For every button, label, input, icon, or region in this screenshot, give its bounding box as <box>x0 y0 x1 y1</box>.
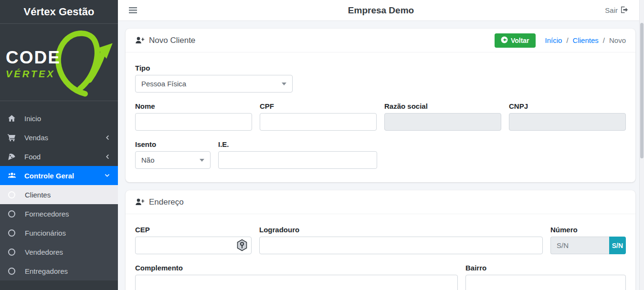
page-title: Empresa Demo <box>118 5 644 16</box>
isento-select[interactable]: Não <box>135 151 211 169</box>
logo-word-vertex: VÉRTEX <box>6 69 61 79</box>
circle-icon <box>8 249 20 256</box>
tipo-label: Tipo <box>135 64 293 72</box>
cep-label: CEP <box>135 226 252 234</box>
caret-down-icon <box>200 159 204 162</box>
controle-geral-submenu: Clientes Fornecedores Funcionários Vende… <box>0 185 118 280</box>
sidebar-item-food[interactable]: Food <box>0 147 118 166</box>
home-icon <box>8 114 19 123</box>
ie-input[interactable] <box>218 151 377 169</box>
content-area: Novo Cliente Voltar Início <box>118 21 644 290</box>
logout-label: Sair <box>605 6 618 14</box>
numero-label: Número <box>550 226 626 234</box>
card-title-text: Novo Cliente <box>149 36 195 45</box>
nome-label: Nome <box>135 102 252 110</box>
chevron-left-icon <box>104 154 110 160</box>
sidebar-item-label: Entregadores <box>25 267 68 275</box>
isento-label: Isento <box>135 140 211 148</box>
key-hexagon-icon[interactable] <box>236 239 248 253</box>
brand-title: Vértex Gestão <box>0 0 118 24</box>
cpf-label: CPF <box>260 102 377 110</box>
ie-label: I.E. <box>218 140 377 148</box>
logo-word-code: CODE <box>6 49 61 66</box>
razao-social-label: Razão social <box>384 102 501 110</box>
sidebar-item-label: Vendedores <box>25 248 63 256</box>
breadcrumb-clientes[interactable]: Clientes <box>573 36 599 44</box>
menu-toggle-icon[interactable] <box>129 7 137 14</box>
new-client-card: Novo Cliente Voltar Início <box>126 29 635 182</box>
caret-down-icon <box>282 83 286 85</box>
users-icon <box>8 172 19 179</box>
address-card: Endereço CEP <box>126 190 635 290</box>
sign-out-icon <box>621 6 629 15</box>
scrollbar[interactable] <box>639 0 644 290</box>
sidebar-item-vendas[interactable]: Vendas <box>0 128 118 147</box>
sidebar-item-label: Inicio <box>24 114 41 123</box>
breadcrumb-separator: / <box>603 36 605 44</box>
logradouro-label: Logradouro <box>259 226 543 234</box>
sidebar-nav: Inicio Vendas <box>0 101 118 280</box>
circle-icon <box>8 191 20 198</box>
circle-icon <box>8 229 20 237</box>
user-plus-icon <box>135 198 145 206</box>
logout-button[interactable]: Sair <box>605 6 629 15</box>
breadcrumb-inicio[interactable]: Início <box>545 36 562 44</box>
bairro-label: Bairro <box>465 264 626 272</box>
user-plus-icon <box>135 36 145 44</box>
breadcrumb-separator: / <box>566 36 568 44</box>
address-form: CEP <box>126 214 635 290</box>
sidebar-item-inicio[interactable]: Inicio <box>0 109 118 128</box>
numero-input <box>550 237 609 254</box>
scrollbar-thumb[interactable] <box>640 23 644 158</box>
sn-toggle-button[interactable]: S/N <box>609 237 626 254</box>
sidebar-item-controle-geral[interactable]: Controle Geral <box>0 166 118 185</box>
razao-social-input <box>384 113 501 131</box>
sidebar: Vértex Gestão CODE VÉRTEX Inicio <box>0 0 118 290</box>
sidebar-item-label: Food <box>24 153 41 161</box>
breadcrumb: Início / Clientes / Novo <box>545 36 626 44</box>
sidebar-item-fornecedores[interactable]: Fornecedores <box>0 204 118 223</box>
chevron-left-icon <box>104 135 110 141</box>
sidebar-item-label: Vendas <box>24 134 48 142</box>
cnpj-input <box>509 113 626 131</box>
complemento-input[interactable] <box>135 275 458 290</box>
main-area: Empresa Demo Sair <box>118 0 644 290</box>
circle-icon <box>8 210 20 218</box>
address-card-header: Endereço <box>126 190 635 214</box>
sidebar-item-label: Clientes <box>25 191 51 199</box>
app-window: Vértex Gestão CODE VÉRTEX Inicio <box>0 0 644 290</box>
new-client-card-header: Novo Cliente Voltar Início <box>126 29 635 52</box>
company-logo: CODE VÉRTEX <box>0 24 118 101</box>
sidebar-item-label: Controle Geral <box>24 172 74 180</box>
logradouro-input[interactable] <box>259 237 543 254</box>
circle-icon <box>8 268 20 275</box>
sidebar-item-entregadores[interactable]: Entregadores <box>0 261 118 280</box>
back-button[interactable]: Voltar <box>495 33 536 48</box>
pizza-icon <box>8 153 19 161</box>
chevron-down-icon <box>104 173 110 179</box>
complemento-label: Complemento <box>135 264 458 272</box>
cnpj-label: CNPJ <box>509 102 626 110</box>
cpf-input[interactable] <box>260 113 377 131</box>
cep-input[interactable] <box>135 237 252 254</box>
new-client-form: Tipo Pessoa Física Nome <box>126 52 635 182</box>
cart-icon <box>8 134 19 142</box>
nome-input[interactable] <box>135 113 252 131</box>
tipo-select[interactable]: Pessoa Física <box>135 75 293 93</box>
card-title-text: Endereço <box>149 197 184 207</box>
sidebar-item-label: Funcionários <box>25 229 66 237</box>
breadcrumb-current: Novo <box>609 36 626 44</box>
topbar: Empresa Demo Sair <box>118 0 644 21</box>
bairro-input[interactable] <box>465 275 626 290</box>
sidebar-item-clientes[interactable]: Clientes <box>0 185 118 204</box>
sidebar-item-label: Fornecedores <box>25 210 69 218</box>
sidebar-item-vendedores[interactable]: Vendedores <box>0 242 118 261</box>
arrow-circle-left-icon <box>501 36 508 45</box>
sidebar-item-funcionarios[interactable]: Funcionários <box>0 223 118 242</box>
